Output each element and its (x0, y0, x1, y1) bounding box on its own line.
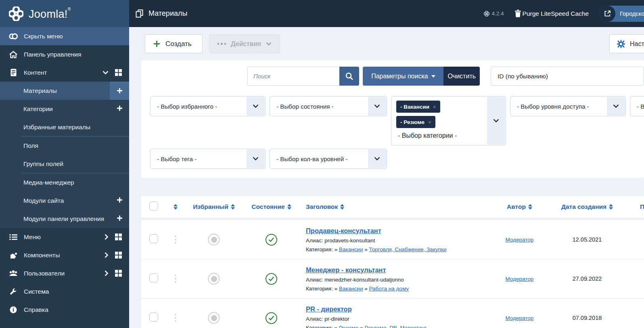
purge-cache-button[interactable]: Purge LiteSpeed Cache (514, 10, 589, 17)
category-tag[interactable]: - Вакансии × (396, 101, 440, 113)
sidebar-item-articles[interactable]: Материалы (0, 82, 129, 100)
author-link[interactable]: Модератор (506, 315, 534, 321)
category-link[interactable]: Вакансии (339, 286, 363, 292)
sidebar-item-dashboard[interactable]: Панель управления (0, 45, 129, 63)
featured-toggle[interactable] (208, 233, 220, 246)
sidebar-item-components[interactable]: Компоненты (0, 246, 129, 264)
sidebar-item-field-groups[interactable]: Группы полей (0, 155, 129, 173)
category-link[interactable]: Торговля, Снабжение, Закупки (369, 246, 446, 252)
drag-handle-icon[interactable] (175, 314, 176, 322)
article-title-link[interactable]: PR - директор (306, 305, 352, 313)
row-checkbox[interactable] (149, 273, 158, 282)
toolbar: Создать Действия Настройки (129, 27, 644, 53)
column-header-state[interactable]: Состояние (251, 203, 291, 210)
column-header-title[interactable]: Заголовок (306, 203, 344, 210)
add-site-module-button[interactable] (117, 197, 123, 204)
site-preview-button[interactable]: Городской портал (599, 6, 644, 22)
joomla-version-icon (484, 11, 489, 17)
drag-handle-icon[interactable] (175, 235, 176, 244)
category-link[interactable]: Вакансии (339, 246, 363, 252)
published-state-icon[interactable] (266, 234, 277, 246)
filter-access-select[interactable]: - Выбор уровня доступа - (510, 96, 626, 116)
filter-tag-select[interactable]: - Выбор тега - (150, 149, 266, 169)
featured-toggle[interactable] (208, 273, 220, 285)
sort-icon (231, 204, 235, 210)
remove-tag-icon[interactable]: × (428, 119, 431, 125)
category-link[interactable]: Резюме (339, 325, 359, 328)
content-submenu: Материалы Категории Избранные материалы … (0, 82, 129, 228)
plus-icon (117, 197, 123, 203)
clear-button[interactable]: Очистить (443, 67, 480, 86)
chevron-down-icon (607, 97, 625, 116)
column-header-hits[interactable]: Просмотры (640, 203, 644, 210)
author-link[interactable]: Модератор (506, 276, 534, 282)
published-state-icon[interactable] (266, 273, 277, 285)
caret-down-icon (431, 75, 435, 78)
article-title-link[interactable]: Менеджер - консультант (306, 266, 386, 273)
sidebar-item-menus[interactable]: Меню (0, 228, 129, 246)
drag-handle-icon[interactable] (175, 275, 176, 283)
category-link[interactable]: Работа на дому (369, 286, 409, 292)
select-all-checkbox[interactable] (149, 202, 158, 210)
create-button[interactable]: Создать (145, 34, 203, 53)
sidebar-item-categories[interactable]: Категории (0, 100, 129, 118)
search-input[interactable] (247, 67, 339, 86)
sidebar-item-help[interactable]: Справка (0, 301, 129, 319)
column-header-created[interactable]: Дата создания (561, 203, 613, 210)
chevron-down-icon (247, 97, 265, 116)
sidebar-item-media-manager[interactable]: Медиа-менеджер (0, 173, 129, 191)
joomla-admin: Joomla!® Материалы 4.2.4 (0, 0, 644, 328)
search-row: Параметры поиска Очистить ID (по убывани… (150, 67, 644, 86)
grid-dashboard-icon[interactable] (115, 233, 122, 240)
info-icon (9, 306, 18, 313)
sort-icon (340, 204, 344, 210)
sidebar-item-system[interactable]: Система (0, 282, 129, 301)
main-content: Создать Действия Настройки (129, 27, 644, 328)
remove-tag-icon[interactable]: × (433, 104, 436, 110)
options-button[interactable]: Настройки (609, 34, 644, 53)
filter-max-levels-select[interactable]: - Выбор кол-ва уровней - (270, 149, 387, 169)
sort-icon (609, 204, 613, 210)
search-button[interactable] (339, 67, 359, 86)
ordering-sort-icon[interactable] (174, 204, 178, 210)
sidebar-item-users[interactable]: Пользователи (0, 264, 129, 282)
sidebar-item-fields[interactable]: Поля (0, 137, 129, 155)
author-link[interactable]: Модератор (506, 237, 534, 243)
gear-icon (617, 40, 625, 48)
column-header-author[interactable]: Автор (507, 203, 532, 210)
actions-button[interactable]: Действия (209, 34, 280, 53)
filter-featured-select[interactable]: - Выбор избранного - (150, 96, 266, 116)
grid-dashboard-icon[interactable] (115, 270, 122, 277)
published-state-icon[interactable] (266, 312, 277, 324)
sidebar-item-site-modules[interactable]: Модули сайта (0, 191, 129, 210)
sidebar-item-featured-articles[interactable]: Избранные материалы (0, 118, 129, 136)
grid-dashboard-icon[interactable] (115, 69, 122, 76)
article-title-link[interactable]: Продавец-консультант (306, 227, 381, 234)
filter-category-multiselect[interactable]: - Вакансии × - Резюме × - Выбор категори… (391, 96, 506, 145)
add-article-button[interactable] (110, 82, 129, 100)
sidebar-item-admin-modules[interactable]: Модули панели управления (0, 210, 129, 228)
filter-state-select[interactable]: - Выбор состояния - (270, 96, 387, 116)
sidebar-item-hide-menu[interactable]: Скрыть меню (0, 27, 129, 45)
plus-icon (117, 215, 123, 221)
category-link[interactable]: Реклама, PR, Маркетинг (365, 325, 427, 328)
search-tools-button[interactable]: Параметры поиска (363, 67, 443, 86)
articles-icon (136, 9, 143, 18)
brand-wordmark: Joomla!® (29, 7, 71, 21)
add-admin-module-button[interactable] (117, 215, 123, 223)
sort-order-select[interactable]: ID (по убыванию) (491, 67, 644, 86)
featured-toggle[interactable] (208, 312, 220, 324)
row-checkbox[interactable] (149, 313, 158, 322)
grid-dashboard-icon[interactable] (115, 252, 122, 259)
filter-language-select[interactable]: - Выбор языка - (630, 96, 644, 116)
row-checkbox[interactable] (149, 234, 158, 243)
table-row: Продавец-консультант Алиас: prodavets-ko… (141, 220, 644, 259)
page-title: Материалы (136, 9, 187, 18)
plus-icon (153, 40, 160, 47)
add-category-button[interactable] (117, 105, 123, 113)
sort-icon (528, 204, 532, 210)
sidebar-item-content[interactable]: Контент (0, 63, 129, 82)
column-header-featured[interactable]: Избранный (193, 203, 235, 210)
category-tag[interactable]: - Резюме × (396, 116, 435, 128)
chevron-down-icon[interactable] (102, 71, 109, 75)
